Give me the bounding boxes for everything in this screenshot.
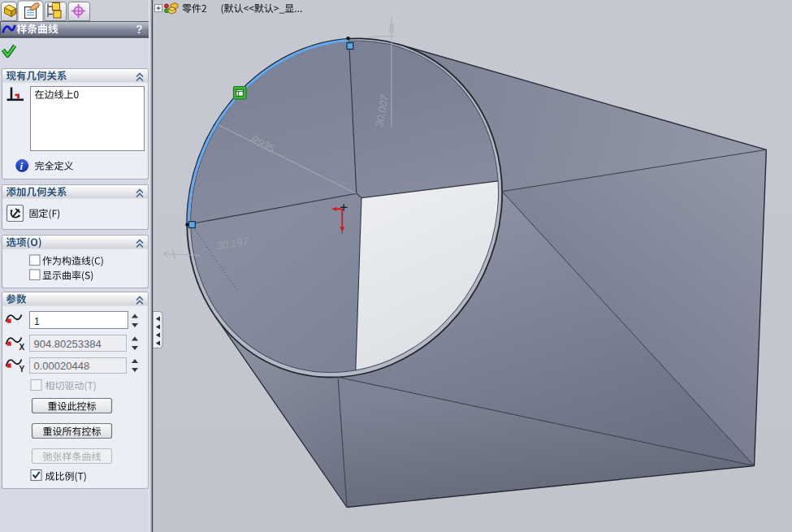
svg-text:i: i xyxy=(20,160,24,172)
svg-text:?: ? xyxy=(136,23,143,36)
svg-text:904.80253384: 904.80253384 xyxy=(34,338,102,350)
svg-text:Y: Y xyxy=(19,365,25,374)
svg-text:1: 1 xyxy=(34,316,40,327)
svg-text:0.00020448: 0.00020448 xyxy=(34,360,90,372)
svg-text:X: X xyxy=(19,343,25,352)
